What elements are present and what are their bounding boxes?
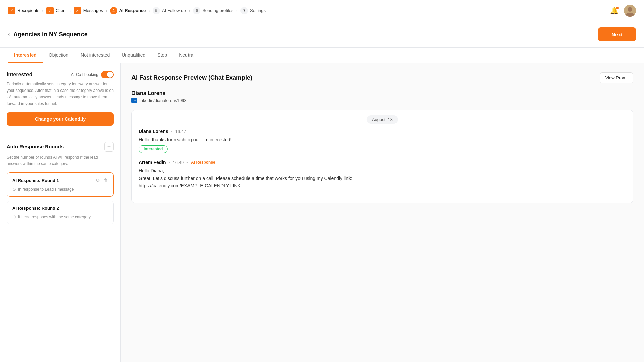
toggle-wrap: AI-Call booking <box>71 71 114 78</box>
add-round-button[interactable]: + <box>104 142 114 152</box>
msg-1-time: 16:47 <box>175 129 186 134</box>
nav-steps: ✓ Recepients › ✓ Client › ✓ Messages › 4… <box>8 7 610 14</box>
round-card-1-header: AI Response: Round 1 ⟳ 🗑 <box>12 177 108 183</box>
step-label-recepients: Recepients <box>17 8 39 13</box>
round-1-copy-icon[interactable]: ⟳ <box>96 177 100 183</box>
rounds-description: Set the number of rounds AI will respond… <box>7 154 114 167</box>
check-icon-recepients: ✓ <box>8 7 15 14</box>
main-content: Interested AI-Call booking Periodix auto… <box>0 63 644 362</box>
interested-section: Interested AI-Call booking Periodix auto… <box>7 71 114 126</box>
arrow-3: › <box>106 8 107 13</box>
user-avatar[interactable] <box>624 5 636 17</box>
toggle-knob <box>107 72 113 78</box>
msg-1-sender-row: Diana Lorens • 16:47 <box>139 129 626 134</box>
step-label-client: Client <box>56 8 67 13</box>
round-2-meta-text: If Lead respones with the same category <box>18 215 91 219</box>
tab-not-interested[interactable]: Not interested <box>74 48 116 63</box>
notification-bell[interactable]: 🔔 <box>610 7 619 15</box>
msg-1-text: Hello, thanks for reaching out. I'm inte… <box>139 136 626 143</box>
contact-linkedin: linkedin/dianalorens1993 <box>139 98 187 103</box>
rounds-title: Auto Response Rounds <box>7 144 64 149</box>
round-card-2-header: AI Response: Round 2 <box>12 206 108 211</box>
tab-stop[interactable]: Stop <box>151 48 173 63</box>
check-icon-client: ✓ <box>46 7 54 14</box>
ai-call-booking-toggle[interactable] <box>101 71 114 78</box>
notification-dot <box>616 7 619 9</box>
tab-bar: Interested Objection Not interested Unqu… <box>0 48 644 63</box>
nav-step-recepients[interactable]: ✓ Recepients <box>8 7 39 14</box>
round-2-name: AI Response: Round 2 <box>12 206 59 211</box>
page-title: Agencies in NY Sequence <box>13 31 88 38</box>
page-header-left: ‹ Agencies in NY Sequence <box>8 31 88 38</box>
message-2: Artem Fedin • 16:49 • AI Response Hello … <box>139 160 626 189</box>
top-nav: ✓ Recepients › ✓ Client › ✓ Messages › 4… <box>0 0 644 21</box>
arrow-6: › <box>236 8 238 13</box>
svg-point-1 <box>628 7 632 12</box>
msg-2-sender: Artem Fedin <box>139 160 166 165</box>
chat-area: August, 18 Diana Lorens • 16:47 Hello, t… <box>131 110 633 203</box>
nav-step-client[interactable]: ✓ Client <box>46 7 67 14</box>
message-1: Diana Lorens • 16:47 Hello, thanks for r… <box>139 129 626 153</box>
msg-1-badge: Interested <box>139 145 168 153</box>
page-header: ‹ Agencies in NY Sequence Next <box>0 21 644 48</box>
msg-2-ai-label: AI Response <box>191 160 215 165</box>
rounds-header: Auto Response Rounds + <box>7 142 114 152</box>
tab-objection[interactable]: Objection <box>43 48 74 63</box>
nav-step-settings[interactable]: 7 Settings <box>240 7 266 14</box>
divider <box>7 135 114 135</box>
back-button[interactable]: ‹ <box>8 31 10 38</box>
nav-step-ai-follow-up[interactable]: 5 AI Follow up <box>153 7 186 14</box>
step-num-settings: 7 <box>240 7 248 14</box>
step-num-sending-profiles: 6 <box>193 7 200 14</box>
round-2-meta-icon: ⊙ <box>12 214 16 219</box>
contact-name: Diana Lorens <box>131 90 633 96</box>
arrow-4: › <box>148 8 150 13</box>
panel-description: Periodix automatically sets category for… <box>7 81 114 107</box>
toggle-label: AI-Call booking <box>71 72 98 77</box>
step-label-messages: Messages <box>83 8 103 13</box>
msg-1-dot: • <box>171 129 173 134</box>
msg-2-text: Hello Diana, Great! Let's discuss furthe… <box>139 167 626 189</box>
nav-step-sending-profiles[interactable]: 6 Sending profiles <box>193 7 233 14</box>
round-card-2[interactable]: AI Response: Round 2 ⊙ If Lead respones … <box>7 201 114 224</box>
round-2-meta: ⊙ If Lead respones with the same categor… <box>12 214 108 219</box>
preview-header: AI Fast Response Preview (Chat Example) … <box>131 72 633 83</box>
change-calendly-button[interactable]: Change your Calend.ly <box>7 112 114 126</box>
left-panel: Interested AI-Call booking Periodix auto… <box>0 63 121 362</box>
round-1-name: AI Response: Round 1 <box>12 178 59 183</box>
msg-2-dot-2: • <box>186 160 188 165</box>
contact-link: in linkedin/dianalorens1993 <box>131 98 633 103</box>
round-1-icons: ⟳ 🗑 <box>96 177 108 183</box>
round-1-meta-text: In response to Lead's message <box>18 187 74 192</box>
nav-right: 🔔 <box>610 5 636 17</box>
msg-1-sender: Diana Lorens <box>139 129 168 134</box>
step-label-settings: Settings <box>250 8 266 13</box>
linkedin-icon: in <box>131 98 137 103</box>
nav-step-messages[interactable]: ✓ Messages <box>74 7 103 14</box>
tab-unqualified[interactable]: Unqualified <box>116 48 151 63</box>
panel-section-title: Interested <box>7 72 32 78</box>
step-label-sending-profiles: Sending profiles <box>202 8 233 13</box>
arrow-1: › <box>42 8 44 13</box>
view-prompt-button[interactable]: View Promt <box>600 72 633 83</box>
arrow-2: › <box>69 8 71 13</box>
step-num-ai-follow-up: 5 <box>153 7 160 14</box>
round-card-1[interactable]: AI Response: Round 1 ⟳ 🗑 ⊙ In response t… <box>7 172 114 197</box>
check-icon-messages: ✓ <box>74 7 81 14</box>
round-1-meta-icon: ⊙ <box>12 187 16 192</box>
step-label-ai-follow-up: AI Follow up <box>162 8 186 13</box>
round-1-delete-icon[interactable]: 🗑 <box>103 177 108 183</box>
arrow-5: › <box>189 8 191 13</box>
auto-response-rounds-section: Auto Response Rounds + Set the number of… <box>7 142 114 224</box>
msg-2-dot: • <box>169 160 170 165</box>
nav-step-ai-response[interactable]: 4 AI Response <box>110 7 146 14</box>
preview-title: AI Fast Response Preview (Chat Example) <box>131 74 252 81</box>
step-num-ai-response: 4 <box>110 7 117 14</box>
tab-interested[interactable]: Interested <box>8 48 43 63</box>
msg-2-time: 16:49 <box>173 160 184 165</box>
step-label-ai-response: AI Response <box>119 8 146 13</box>
right-panel: AI Fast Response Preview (Chat Example) … <box>121 63 644 362</box>
tab-neutral[interactable]: Neutral <box>173 48 200 63</box>
next-button[interactable]: Next <box>598 27 636 41</box>
panel-header: Interested AI-Call booking <box>7 71 114 78</box>
